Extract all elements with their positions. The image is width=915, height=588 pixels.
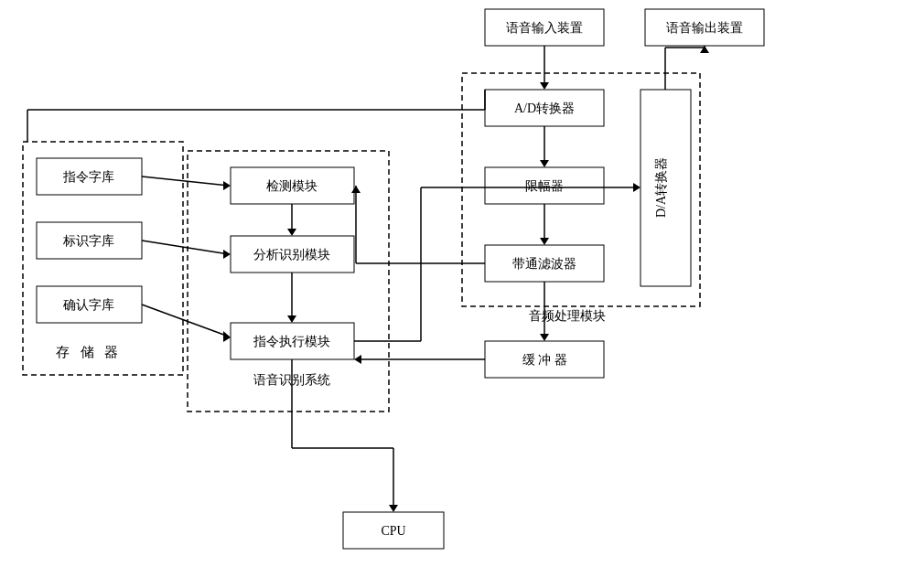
svg-text:CPU: CPU bbox=[381, 524, 405, 538]
svg-marker-39 bbox=[540, 238, 549, 245]
svg-text:A/D转换器: A/D转换器 bbox=[514, 102, 575, 115]
svg-marker-51 bbox=[389, 505, 398, 512]
svg-line-59 bbox=[142, 305, 229, 337]
svg-text:分析识别模块: 分析识别模块 bbox=[253, 248, 330, 262]
svg-text:指令执行模块: 指令执行模块 bbox=[253, 335, 330, 348]
svg-line-55 bbox=[142, 241, 229, 254]
svg-text:带通滤波器: 带通滤波器 bbox=[512, 257, 576, 271]
svg-marker-45 bbox=[287, 229, 296, 236]
svg-text:限幅器: 限幅器 bbox=[525, 179, 564, 193]
svg-marker-43 bbox=[354, 355, 361, 364]
diagram: 语音输入装置 语音输出装置 A/D转换器 限幅器 带通滤波器 音频处理模块 D/… bbox=[0, 0, 915, 588]
svg-marker-60 bbox=[223, 331, 231, 342]
svg-text:语音输出装置: 语音输出装置 bbox=[666, 21, 743, 35]
svg-text:D/A转换器: D/A转换器 bbox=[654, 157, 668, 218]
svg-marker-67 bbox=[700, 46, 709, 53]
svg-line-57 bbox=[142, 176, 229, 186]
svg-text:确认字库: 确认字库 bbox=[62, 298, 114, 312]
svg-marker-37 bbox=[540, 160, 549, 167]
svg-text:音频处理模块: 音频处理模块 bbox=[529, 309, 606, 323]
svg-text:检测模块: 检测模块 bbox=[266, 179, 318, 193]
svg-marker-47 bbox=[287, 315, 296, 323]
svg-text:标识字库: 标识字库 bbox=[62, 234, 114, 248]
svg-marker-72 bbox=[633, 183, 640, 192]
svg-marker-35 bbox=[540, 82, 549, 90]
svg-text:语音输入装置: 语音输入装置 bbox=[506, 21, 583, 35]
svg-text:指令字库: 指令字库 bbox=[62, 170, 114, 184]
svg-marker-58 bbox=[223, 181, 231, 190]
svg-text:缓 冲 器: 缓 冲 器 bbox=[522, 353, 567, 367]
svg-marker-41 bbox=[540, 334, 549, 341]
svg-marker-56 bbox=[223, 250, 231, 259]
svg-text:存 储 器: 存 储 器 bbox=[56, 345, 123, 359]
